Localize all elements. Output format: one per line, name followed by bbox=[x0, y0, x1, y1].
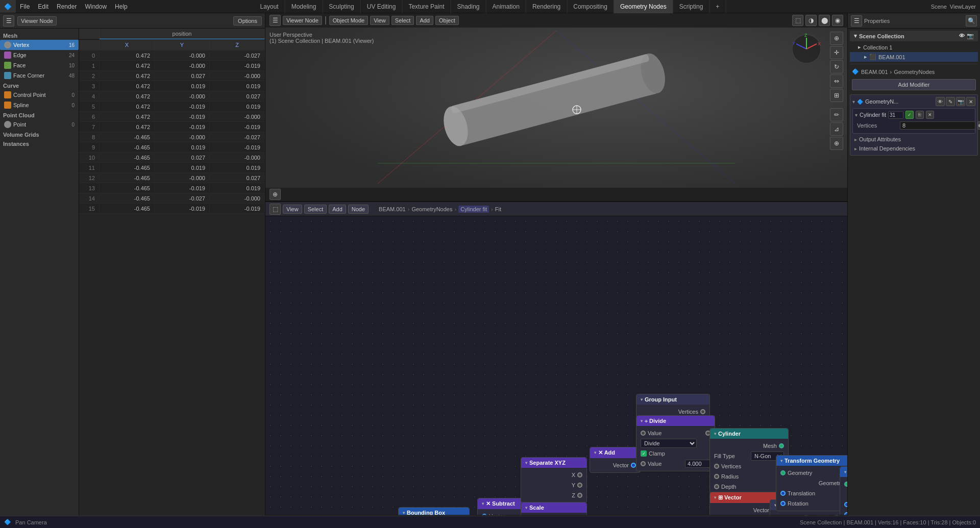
beam001-item[interactable]: ▸ ⬛ BEAM.001 bbox=[850, 52, 978, 62]
vp-nav-icon[interactable]: ⊕ bbox=[270, 189, 281, 200]
viewer-node-btn[interactable]: Viewer Node bbox=[17, 16, 57, 26]
tool-move[interactable]: ✛ bbox=[830, 46, 843, 59]
socket-add-left-out[interactable] bbox=[631, 463, 636, 468]
menu-render[interactable]: Render bbox=[53, 0, 81, 13]
viewport-shading-4[interactable]: ◉ bbox=[832, 15, 843, 26]
menu-window[interactable]: Window bbox=[81, 0, 111, 13]
socket-tg1-trans[interactable] bbox=[780, 491, 786, 496]
viewport-shading-3[interactable]: ⬤ bbox=[819, 15, 830, 26]
divide-type-select[interactable]: Divide bbox=[641, 439, 697, 448]
viewport-icon[interactable]: ☰ bbox=[270, 15, 281, 26]
add-btn[interactable]: Add bbox=[416, 16, 433, 25]
socket-div-top-in[interactable] bbox=[641, 431, 646, 436]
socket-cyl-rad-in[interactable] bbox=[714, 474, 719, 479]
group-input-top-header[interactable]: ▾ Group Input bbox=[636, 394, 709, 405]
node-canvas[interactable]: ▾ Group Input Geometry ▾ Bounding Box bbox=[265, 216, 847, 528]
socket-vertices-out[interactable] bbox=[700, 409, 705, 414]
menu-file[interactable]: File bbox=[16, 0, 34, 13]
socket-tg1-rot[interactable] bbox=[780, 501, 786, 506]
attr-point[interactable]: Point 0 bbox=[0, 119, 79, 130]
node-add-left[interactable]: ▾ ✕ Add Vector bbox=[590, 447, 641, 473]
scene-collection-header[interactable]: ▾ Scene Collection 👁 📷 bbox=[850, 31, 978, 41]
tool-measure[interactable]: ⊿ bbox=[830, 122, 843, 136]
select-menu[interactable]: Select bbox=[304, 205, 327, 214]
select-btn[interactable]: Select bbox=[391, 16, 414, 25]
modifier-close[interactable]: ✕ bbox=[966, 97, 975, 106]
output-attrs-header[interactable]: ▸ Output Attributes bbox=[852, 135, 975, 144]
scene-coll-eye[interactable]: 👁 bbox=[959, 33, 965, 39]
options-btn[interactable]: Options bbox=[233, 16, 262, 26]
attr-face[interactable]: Face 10 bbox=[0, 60, 79, 70]
tool-transform[interactable]: ⊞ bbox=[830, 89, 843, 102]
transform-geo2-header[interactable]: ▾ Transform Geometry bbox=[840, 467, 847, 477]
divide-header[interactable]: ▾ ÷ Divide bbox=[636, 416, 715, 426]
menu-blender[interactable]: 🔷 bbox=[0, 0, 16, 13]
tool-annotate[interactable]: ✏ bbox=[830, 108, 843, 121]
tool-add[interactable]: ⊕ bbox=[830, 137, 843, 150]
socket-cyl-vert-in[interactable] bbox=[714, 464, 719, 469]
object-btn[interactable]: Object bbox=[435, 16, 459, 25]
socket-tg2-geo-in[interactable] bbox=[844, 482, 847, 487]
internal-deps-header[interactable]: ▸ Internal Dependencies bbox=[852, 144, 975, 153]
attr-vertex[interactable]: Vertex 16 bbox=[0, 40, 79, 50]
tab-modeling[interactable]: Modeling bbox=[285, 0, 323, 13]
menu-help[interactable]: Help bbox=[111, 0, 132, 13]
attr-spline[interactable]: Spline 0 bbox=[0, 100, 79, 110]
viewer-node-vp-btn[interactable]: Viewer Node bbox=[283, 16, 322, 25]
modifier-edit[interactable]: ✎ bbox=[946, 97, 955, 106]
add-menu[interactable]: Add bbox=[329, 205, 346, 214]
transform-geo1-header[interactable]: ▾ Transform Geometry bbox=[776, 456, 847, 466]
viewport-shading-2[interactable]: ◑ bbox=[805, 15, 817, 26]
socket-mesh-out[interactable] bbox=[779, 443, 784, 448]
vertices-input[interactable] bbox=[900, 121, 975, 130]
add-modifier-btn[interactable]: Add Modifier bbox=[852, 79, 976, 90]
node-menu[interactable]: Node bbox=[348, 205, 369, 214]
divide-val-input[interactable] bbox=[685, 460, 710, 468]
view-btn[interactable]: View bbox=[370, 16, 389, 25]
tool-scale[interactable]: ⇔ bbox=[830, 74, 843, 88]
spreadsheet-icon[interactable]: ☰ bbox=[3, 15, 14, 27]
socket-tg2-trans[interactable] bbox=[844, 502, 847, 507]
tab-compositing[interactable]: Compositing bbox=[567, 0, 614, 13]
cf-copy[interactable]: ⎘ bbox=[916, 111, 924, 119]
cf-expand[interactable]: ▾ bbox=[855, 112, 857, 118]
clamp-checkbox[interactable]: ✓ bbox=[641, 450, 647, 457]
node-editor-icon[interactable]: ⬚ bbox=[270, 204, 281, 215]
cylinder-header[interactable]: ▾ Cylinder bbox=[710, 429, 788, 439]
view-menu[interactable]: View bbox=[283, 205, 302, 214]
cf-num-input[interactable] bbox=[888, 111, 903, 119]
socket-cyl-depth-in[interactable] bbox=[714, 484, 719, 489]
tool-rotate[interactable]: ↻ bbox=[830, 60, 843, 73]
tab-scripting[interactable]: Scripting bbox=[673, 0, 710, 13]
cf-check[interactable]: ✓ bbox=[905, 111, 914, 119]
tab-sculpting[interactable]: Sculpting bbox=[323, 0, 360, 13]
modifier-cam[interactable]: 📷 bbox=[956, 97, 965, 106]
separate-xyz-header[interactable]: ▾ Separate XYZ bbox=[521, 458, 586, 468]
attr-face-corner[interactable]: Face Corner 48 bbox=[0, 70, 79, 81]
socket-tg1-geo-in[interactable] bbox=[780, 470, 786, 475]
object-mode-btn[interactable]: Object Mode bbox=[329, 16, 368, 25]
scale-header[interactable]: ▾ Scale bbox=[521, 502, 586, 513]
attr-edge[interactable]: Edge 24 bbox=[0, 50, 79, 60]
socket-div-val-in[interactable] bbox=[641, 461, 646, 466]
collection1-item[interactable]: ▸ Collection 1 bbox=[850, 42, 978, 52]
search-icon[interactable]: 🔍 bbox=[966, 15, 977, 27]
cf-close[interactable]: ✕ bbox=[926, 111, 934, 119]
tab-shading[interactable]: Shading bbox=[451, 0, 486, 13]
socket-x[interactable] bbox=[577, 472, 582, 477]
modifier-expand[interactable]: ▾ bbox=[852, 99, 855, 105]
node-separate-xyz[interactable]: ▾ Separate XYZ X Y Z bbox=[521, 457, 587, 503]
tab-layout[interactable]: Layout bbox=[254, 0, 285, 13]
node-divide[interactable]: ▾ ÷ Divide Value Divide bbox=[636, 415, 715, 471]
add-left-header[interactable]: ▾ ✕ Add bbox=[590, 447, 640, 458]
vert-extra[interactable]: ⊕ bbox=[977, 121, 980, 130]
tab-animation[interactable]: Animation bbox=[486, 0, 526, 13]
attr-control-point[interactable]: Control Point 0 bbox=[0, 90, 79, 100]
socket-y[interactable] bbox=[577, 483, 582, 488]
node-transform-geo1[interactable]: ▾ Transform Geometry Geometry Geometry bbox=[776, 455, 847, 511]
tab-texture-paint[interactable]: Texture Paint bbox=[402, 0, 451, 13]
menu-edit[interactable]: Edit bbox=[34, 0, 53, 13]
tab-geometry-nodes[interactable]: Geometry Nodes bbox=[614, 0, 673, 13]
tab-add[interactable]: + bbox=[709, 0, 726, 13]
tool-cursor[interactable]: ⊕ bbox=[830, 32, 843, 45]
